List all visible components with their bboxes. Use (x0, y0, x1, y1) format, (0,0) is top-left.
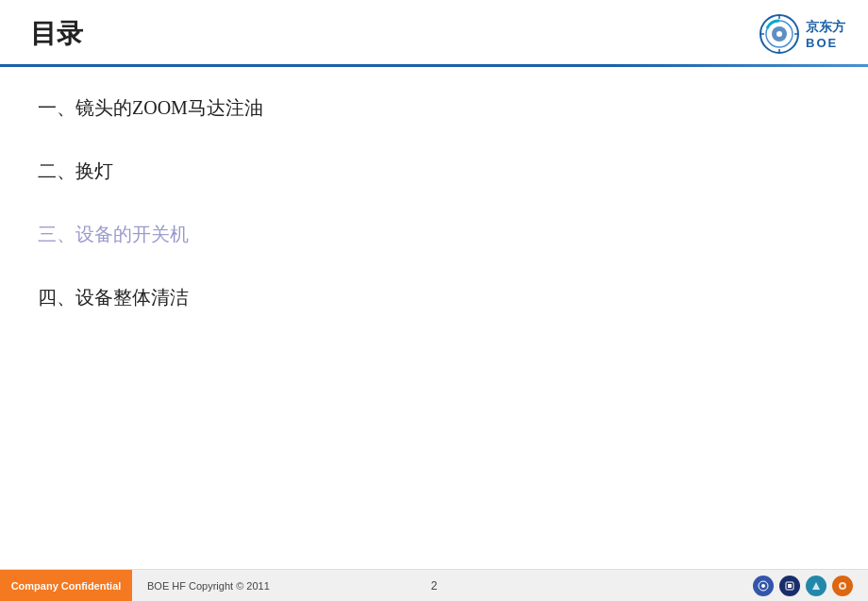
footer-icon-2 (779, 576, 800, 596)
footer-copyright: BOE HF Copyright © 2011 (132, 580, 270, 592)
header: 目录 京东方 BOE (0, 0, 868, 64)
logo-sub: BOE (806, 36, 845, 50)
svg-point-9 (761, 584, 765, 588)
svg-point-3 (776, 31, 782, 37)
footer: Company Confidential BOE HF Copyright © … (0, 569, 868, 601)
menu-item-1: 一、镜头的ZOOM马达注油 (38, 95, 830, 121)
footer-icons (753, 576, 853, 596)
main-content: 一、镜头的ZOOM马达注油 二、换灯 三、设备的开关机 四、设备整体清洁 (0, 67, 868, 376)
footer-page-number: 2 (431, 579, 438, 593)
menu-item-2: 二、换灯 (38, 159, 830, 184)
logo-brand: 京东方 (806, 19, 845, 36)
footer-icon-3 (806, 576, 826, 596)
boe-logo-icon (759, 13, 800, 55)
logo-text-group: 京东方 BOE (806, 19, 845, 50)
menu-item-4: 四、设备整体清洁 (38, 285, 830, 310)
svg-rect-11 (788, 584, 792, 588)
page-title: 目录 (30, 16, 83, 52)
confidential-badge: Company Confidential (0, 570, 132, 601)
footer-icon-1 (753, 576, 774, 596)
svg-point-13 (841, 584, 844, 588)
menu-item-3: 三、设备的开关机 (38, 222, 830, 247)
footer-icon-4 (832, 576, 853, 596)
logo-area: 京东方 BOE (759, 13, 845, 55)
